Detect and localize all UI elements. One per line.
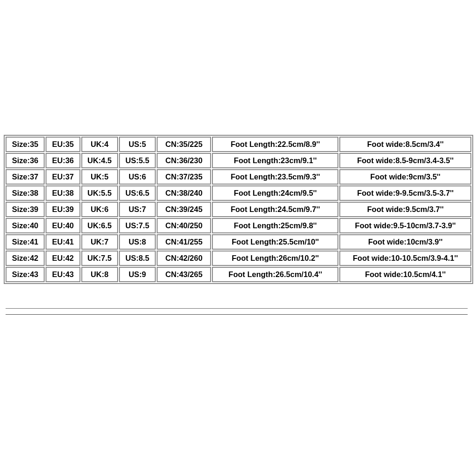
cell-wide: Foot wide:9.5-10cm/3.7-3.9'': [339, 218, 471, 233]
cell-cn: CN:35/225: [157, 137, 211, 152]
cell-us: US:7.5: [119, 218, 156, 233]
cell-size: Size:40: [6, 218, 45, 233]
cell-uk: UK:5: [81, 169, 118, 185]
cell-uk: UK:6.5: [81, 218, 118, 233]
cell-cn: CN:40/250: [157, 218, 211, 233]
cell-size: Size:38: [6, 185, 45, 201]
cell-uk: UK:8: [81, 267, 118, 282]
cell-wide: Foot wide:10-10.5cm/3.9-4.1'': [339, 251, 471, 266]
cell-size: Size:35: [6, 137, 45, 152]
table-row: Size:39EU:39UK:6US:7CN:39/245Foot Length…: [6, 202, 471, 217]
cell-wide: Foot wide:8.5cm/3.4'': [339, 137, 471, 152]
table-row: Size:37EU:37UK:5US:6CN:37/235Foot Length…: [6, 169, 471, 185]
table-row: Size:38EU:38UK:5.5US:6.5CN:38/240Foot Le…: [6, 185, 471, 201]
cell-wide: Foot wide:10.5cm/4.1'': [339, 267, 471, 282]
cell-length: Foot Length:23cm/9.1'': [212, 153, 338, 168]
size-chart-table: Size:35EU:35UK:4US:5CN:35/225Foot Length…: [4, 135, 473, 284]
cell-size: Size:39: [6, 202, 45, 217]
cell-eu: EU:42: [46, 251, 80, 266]
cell-size: Size:36: [6, 153, 45, 168]
cell-us: US:6.5: [119, 185, 156, 201]
cell-wide: Foot wide:8.5-9cm/3.4-3.5'': [339, 153, 471, 168]
cell-eu: EU:43: [46, 267, 80, 282]
cell-cn: CN:37/235: [157, 169, 211, 185]
cell-us: US:5.5: [119, 153, 156, 168]
cell-us: US:8: [119, 234, 156, 250]
cell-uk: UK:4.5: [81, 153, 118, 168]
cell-cn: CN:41/255: [157, 234, 211, 250]
cell-uk: UK:7: [81, 234, 118, 250]
cell-eu: EU:37: [46, 169, 80, 185]
cell-wide: Foot wide:9-9.5cm/3.5-3.7'': [339, 185, 471, 201]
cell-wide: Foot wide:9cm/3.5'': [339, 169, 471, 185]
table-row: Size:40EU:40UK:6.5US:7.5CN:40/250Foot Le…: [6, 218, 471, 233]
cell-length: Foot Length:22.5cm/8.9'': [212, 137, 338, 152]
cell-size: Size:41: [6, 234, 45, 250]
cell-wide: Foot wide:10cm/3.9'': [339, 234, 471, 250]
cell-us: US:9: [119, 267, 156, 282]
table-row: Size:36EU:36UK:4.5US:5.5CN:36/230Foot Le…: [6, 153, 471, 168]
cell-uk: UK:7.5: [81, 251, 118, 266]
cell-us: US:8.5: [119, 251, 156, 266]
cell-eu: EU:35: [46, 137, 80, 152]
table-row: Size:41EU:41UK:7US:8CN:41/255Foot Length…: [6, 234, 471, 250]
cell-eu: EU:39: [46, 202, 80, 217]
cell-wide: Foot wide:9.5cm/3.7'': [339, 202, 471, 217]
table-row: Size:42EU:42UK:7.5US:8.5CN:42/260Foot Le…: [6, 251, 471, 266]
cell-cn: CN:39/245: [157, 202, 211, 217]
cell-us: US:6: [119, 169, 156, 185]
cell-eu: EU:38: [46, 185, 80, 201]
cell-uk: UK:6: [81, 202, 118, 217]
cell-cn: CN:42/260: [157, 251, 211, 266]
cell-length: Foot Length:24cm/9.5'': [212, 185, 338, 201]
cell-us: US:5: [119, 137, 156, 152]
cell-size: Size:37: [6, 169, 45, 185]
cell-cn: CN:43/265: [157, 267, 211, 282]
cell-eu: EU:40: [46, 218, 80, 233]
table-row: Size:35EU:35UK:4US:5CN:35/225Foot Length…: [6, 137, 471, 152]
cell-length: Foot Length:25cm/9.8'': [212, 218, 338, 233]
cell-cn: CN:36/230: [157, 153, 211, 168]
cell-length: Foot Length:26cm/10.2'': [212, 251, 338, 266]
cell-eu: EU:36: [46, 153, 80, 168]
table-row: Size:43EU:43UK:8US:9CN:43/265Foot Length…: [6, 267, 471, 282]
cell-length: Foot Length:25.5cm/10'': [212, 234, 338, 250]
cell-length: Foot Length:23.5cm/9.3'': [212, 169, 338, 185]
cell-size: Size:42: [6, 251, 45, 266]
cell-size: Size:43: [6, 267, 45, 282]
cell-length: Foot Length:26.5cm/10.4'': [212, 267, 338, 282]
cell-cn: CN:38/240: [157, 185, 211, 201]
cell-length: Foot Length:24.5cm/9.7'': [212, 202, 338, 217]
cell-eu: EU:41: [46, 234, 80, 250]
cell-uk: UK:5.5: [81, 185, 118, 201]
cell-us: US:7: [119, 202, 156, 217]
cell-uk: UK:4: [81, 137, 118, 152]
bottom-border-band: [6, 308, 468, 315]
